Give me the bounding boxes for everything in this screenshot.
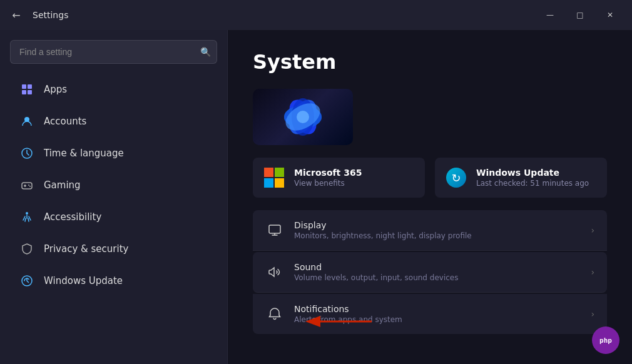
settings-list: Display Monitors, brightness, night ligh… (253, 210, 607, 334)
wu-card-icon: ↻ (445, 166, 467, 189)
title-bar: ← Settings — □ ✕ (0, 0, 632, 30)
sidebar-item-gaming[interactable]: Gaming (5, 169, 222, 201)
display-title: Display (294, 220, 581, 230)
sidebar-item-accessibility[interactable]: Accessibility (5, 201, 222, 233)
minimize-button[interactable]: — (536, 5, 564, 25)
wu-title: Windows Update (476, 168, 589, 178)
svg-rect-6 (22, 183, 32, 189)
notifications-title: Notifications (294, 304, 581, 314)
sound-title: Sound (294, 262, 581, 272)
apps-icon (20, 83, 34, 96)
display-chevron: › (591, 225, 594, 235)
notifications-icon (265, 305, 284, 323)
privacy-icon (20, 242, 34, 256)
title-bar-left: ← Settings (8, 6, 68, 24)
settings-item-display[interactable]: Display Monitors, brightness, night ligh… (253, 210, 607, 251)
time-icon (20, 146, 34, 160)
search-icon: 🔍 (200, 47, 211, 57)
svg-rect-24 (275, 178, 284, 188)
svg-point-12 (26, 212, 28, 215)
microsoft365-card[interactable]: Microsoft 365 View benefits (253, 158, 425, 198)
svg-rect-2 (22, 90, 26, 94)
app-title: Settings (33, 10, 68, 20)
svg-rect-21 (264, 168, 273, 177)
page-title: System (253, 50, 607, 74)
sidebar-item-privacy-security[interactable]: Privacy & security (5, 233, 222, 265)
update-nav-icon (20, 274, 34, 288)
php-badge: php (592, 326, 619, 354)
content-area: System (228, 30, 632, 364)
display-subtitle: Monitors, brightness, night light, displ… (294, 231, 581, 240)
svg-point-11 (29, 186, 31, 187)
ms365-icon (263, 166, 285, 189)
sidebar: 🔍 Apps Accounts (0, 30, 228, 364)
notifications-text: Notifications Alerts from apps and syste… (294, 304, 581, 324)
svg-rect-22 (275, 168, 284, 177)
sidebar-item-apps[interactable]: Apps (5, 74, 222, 105)
accessibility-icon (20, 210, 34, 224)
windows-update-nav-label: Windows Update (44, 275, 123, 286)
sound-icon (265, 263, 284, 281)
sound-text: Sound Volume levels, output, input, soun… (294, 262, 581, 282)
back-button[interactable]: ← (8, 6, 25, 24)
accessibility-label: Accessibility (44, 211, 101, 223)
display-text: Display Monitors, brightness, night ligh… (294, 220, 581, 240)
window-controls: — □ ✕ (536, 5, 624, 25)
svg-rect-23 (264, 178, 273, 188)
apps-label: Apps (44, 84, 67, 95)
settings-item-notifications[interactable]: Notifications Alerts from apps and syste… (253, 294, 607, 334)
ms365-card-text: Microsoft 365 View benefits (294, 168, 362, 188)
ms365-subtitle: View benefits (294, 179, 362, 188)
search-input[interactable] (10, 40, 217, 64)
privacy-security-label: Privacy & security (44, 243, 128, 255)
maximize-button[interactable]: □ (566, 5, 594, 25)
gaming-icon (20, 178, 34, 192)
sound-chevron: › (591, 267, 594, 277)
wu-subtitle: Last checked: 51 minutes ago (476, 179, 589, 188)
accounts-icon (20, 114, 34, 128)
windows-update-card[interactable]: ↻ Windows Update Last checked: 51 minute… (435, 158, 607, 198)
search-box[interactable]: 🔍 (10, 40, 217, 64)
close-button[interactable]: ✕ (596, 5, 624, 25)
sidebar-item-windows-update[interactable]: Windows Update (5, 265, 222, 296)
svg-point-10 (28, 185, 29, 186)
gaming-label: Gaming (44, 179, 81, 191)
svg-point-20 (297, 111, 309, 123)
settings-item-sound[interactable]: Sound Volume levels, output, input, soun… (253, 252, 607, 293)
sidebar-item-accounts[interactable]: Accounts (5, 106, 222, 137)
svg-rect-1 (28, 84, 32, 89)
notifications-subtitle: Alerts from apps and system (294, 315, 581, 324)
accounts-label: Accounts (44, 116, 86, 127)
svg-rect-3 (28, 90, 32, 94)
svg-rect-25 (269, 225, 280, 233)
sidebar-item-time-language[interactable]: Time & language (5, 138, 222, 169)
ms365-title: Microsoft 365 (294, 168, 362, 178)
display-icon (265, 221, 284, 240)
time-language-label: Time & language (44, 148, 124, 159)
sound-subtitle: Volume levels, output, input, sound devi… (294, 273, 581, 282)
wu-icon-circle: ↻ (446, 168, 466, 188)
notifications-chevron: › (591, 309, 594, 319)
hero-banner (253, 89, 353, 145)
cards-row: Microsoft 365 View benefits ↻ Windows Up… (253, 158, 607, 198)
main-layout: 🔍 Apps Accounts (0, 30, 632, 364)
svg-rect-0 (22, 84, 26, 89)
wu-card-text: Windows Update Last checked: 51 minutes … (476, 168, 589, 188)
